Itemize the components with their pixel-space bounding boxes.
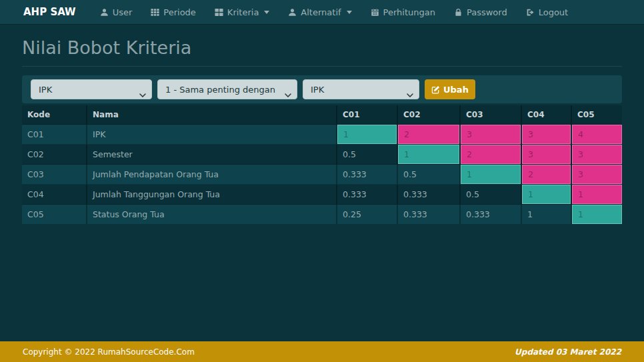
main-content: Nilai Bobot Kriteria IPK 1 - Sama pentin… [22,37,622,224]
th-large-icon [215,8,223,17]
bobot-kriteria-table: Kode Nama C01 C02 C03 C04 C05 C01IPKC02S… [22,105,622,224]
matrix-value-input[interactable] [461,125,521,144]
matrix-value-cell: 0.5 [460,185,521,205]
matrix-value-cell: 0.333 [397,205,460,225]
matrix-value-cell: 0.5 [337,145,397,165]
matrix-value-cell [571,125,622,145]
table-header-row: Kode Nama C01 C02 C03 C04 C05 [22,105,622,125]
grid-icon [151,8,159,17]
nav-item-label: Logout [539,7,569,17]
matrix-value-input[interactable] [572,185,622,204]
user-icon [288,8,297,17]
caret-down-icon [347,11,352,14]
matrix-value-cell [521,145,571,165]
kriteria-left-select-wrap: IPK [31,79,152,99]
kode-cell: C03 [22,165,87,185]
matrix-value-cell: 0.333 [397,185,460,205]
column-header-kode: Kode [22,105,87,125]
calendar-icon [371,8,379,17]
nav-item-password[interactable]: Password [445,0,517,25]
matrix-value-input[interactable] [572,145,622,164]
matrix-value-cell [460,125,521,145]
matrix-value-cell [521,165,571,185]
app-brand[interactable]: AHP SAW [23,6,76,18]
footer: Copyright © 2022 RumahSourceCode.Com Upd… [0,341,644,362]
table-row: C04Jumlah Tanggungan Orang Tua0.3330.333… [22,185,622,205]
matrix-value-cell: 0.333 [460,205,521,225]
matrix-value-cell [397,145,460,165]
column-header-nama: Nama [87,105,337,125]
caret-down-icon [264,11,269,14]
kode-cell: C04 [22,185,87,205]
table-row: C01IPK [22,125,622,145]
column-header-c05: C05 [571,105,622,125]
matrix-value-input[interactable] [572,165,622,184]
column-header-c01: C01 [337,105,397,125]
nav-item-label: Kriteria [227,7,259,17]
lock-icon [454,8,463,17]
nav-item-label: User [113,7,133,17]
nama-cell: Semester [87,145,337,165]
table-row: C02Semester0.5 [22,145,622,165]
matrix-value-input[interactable] [461,165,521,184]
matrix-value-input[interactable] [522,185,571,204]
matrix-value-input[interactable] [522,125,571,144]
matrix-value-input[interactable] [522,165,571,184]
nav-item-perhitungan[interactable]: Perhitungan [361,0,445,25]
matrix-value-input[interactable] [461,145,521,164]
kriteria-left-select[interactable]: IPK [31,79,152,99]
title-divider [22,66,622,67]
footer-copyright: Copyright © 2022 RumahSourceCode.Com [23,347,195,357]
nav-item-label: Perhitungan [383,7,435,17]
nama-cell: Jumlah Pendapatan Orang Tua [87,165,337,185]
matrix-value-cell [571,165,622,185]
matrix-body: C01IPKC02Semester0.5C03Jumlah Pendapatan… [22,125,622,225]
kriteria-right-select[interactable]: IPK [303,79,419,99]
navbar: AHP SAW User Periode Kriteria [0,0,644,25]
nav-item-alternatif[interactable]: Alternatif [279,0,361,25]
column-header-c04: C04 [521,105,571,125]
matrix-value-input[interactable] [572,125,622,144]
matrix-value-input[interactable] [572,205,622,224]
kode-cell: C02 [22,145,87,165]
bobot-select-wrap: 1 - Sama penting dengan [157,79,297,99]
nav-item-label: Periode [163,7,196,17]
matrix-value-cell [571,205,622,225]
nama-cell: Status Orang Tua [87,205,337,225]
table-row: C05Status Orang Tua0.250.3330.3331 [22,205,622,225]
matrix-value-input[interactable] [398,145,459,164]
kriteria-right-select-wrap: IPK [303,79,419,99]
nav-item-periode[interactable]: Periode [141,0,205,25]
table-row: C03Jumlah Pendapatan Orang Tua0.3330.5 [22,165,622,185]
matrix-value-cell: 0.333 [337,165,397,185]
matrix-value-cell [571,185,622,205]
matrix-value-cell [521,185,571,205]
nav-item-kriteria[interactable]: Kriteria [205,0,279,25]
edit-icon [431,85,440,94]
nama-cell: Jumlah Tanggungan Orang Tua [87,185,337,205]
matrix-value-input[interactable] [337,125,397,144]
nav-item-logout[interactable]: Logout [517,0,578,25]
matrix-value-cell: 0.333 [337,185,397,205]
logout-icon [526,8,535,17]
column-header-c02: C02 [397,105,460,125]
matrix-value-cell: 1 [521,205,571,225]
matrix-value-cell: 0.25 [337,205,397,225]
matrix-value-cell [571,145,622,165]
matrix-value-input[interactable] [398,125,459,144]
nav-item-user[interactable]: User [91,0,142,25]
matrix-value-cell [337,125,397,145]
nama-cell: IPK [87,125,337,145]
column-header-c03: C03 [460,105,521,125]
ubah-button[interactable]: Ubah [425,79,475,99]
bobot-select[interactable]: 1 - Sama penting dengan [157,79,297,99]
matrix-value-cell [521,125,571,145]
matrix-value-input[interactable] [522,145,571,164]
matrix-value-cell: 0.5 [397,165,460,185]
matrix-value-cell [397,125,460,145]
matrix-value-cell [460,165,521,185]
ubah-button-label: Ubah [443,85,469,95]
kode-cell: C05 [22,205,87,225]
nav-item-label: Password [467,7,507,17]
nav-item-label: Alternatif [301,7,341,17]
